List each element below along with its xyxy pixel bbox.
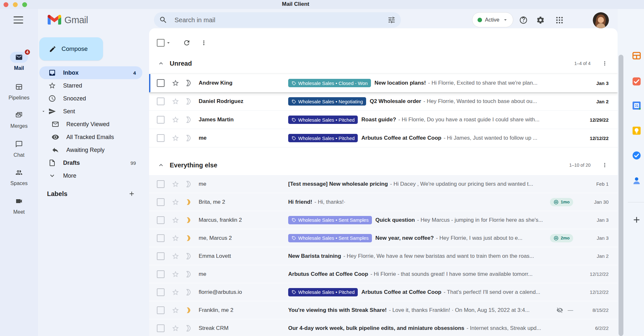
collapse-chevron-icon[interactable]: [157, 60, 165, 67]
streak-pipeline-icon[interactable]: [185, 79, 192, 87]
star-icon[interactable]: [172, 252, 179, 260]
mail-row[interactable]: me[Test message] New wholesale pricing- …: [149, 175, 618, 193]
star-icon[interactable]: [172, 270, 179, 278]
search-bar[interactable]: [154, 12, 401, 28]
collapse-chevron-icon[interactable]: [157, 162, 165, 169]
window-zoom-button[interactable]: [22, 2, 27, 7]
email-checkbox[interactable]: [157, 270, 165, 278]
rail-item-chat[interactable]: Chat: [0, 139, 38, 158]
streak-pipeline-icon[interactable]: [185, 271, 192, 278]
mail-row[interactable]: Brita, me 2Hi friend!- Hi, thanks!·1moJa…: [149, 193, 618, 211]
star-icon[interactable]: [172, 234, 179, 242]
star-icon[interactable]: [172, 306, 179, 314]
select-all-checkbox[interactable]: [157, 39, 165, 47]
mail-row[interactable]: Emma LovettNew Barista training- Hey Flo…: [149, 247, 618, 265]
list-scrollbar[interactable]: [619, 55, 623, 336]
star-icon[interactable]: [172, 79, 179, 87]
pipeline-stage-chip[interactable]: Wholesale Sales • Sent Samples: [288, 234, 372, 242]
google-apps-grid-icon[interactable]: [555, 16, 564, 24]
rail-item-merges[interactable]: Merges: [0, 110, 38, 129]
star-icon[interactable]: [172, 288, 179, 296]
streak-pipeline-icon[interactable]: [185, 116, 192, 123]
email-checkbox[interactable]: [157, 252, 165, 260]
search-input[interactable]: [174, 16, 387, 24]
pipeline-stage-chip[interactable]: Wholesale Sales • Closed - Won: [288, 79, 371, 87]
pipeline-stage-chip[interactable]: Wholesale Sales • Pitched: [288, 288, 358, 296]
nav-item-more[interactable]: More: [39, 169, 142, 182]
pipeline-stage-chip[interactable]: Wholesale Sales • Negotiating: [288, 97, 366, 106]
email-checkbox[interactable]: [157, 134, 165, 142]
mail-row[interactable]: Streak CRMOur 4-day work week, bulk pipe…: [149, 319, 618, 336]
compose-button[interactable]: Compose: [39, 37, 103, 61]
star-icon[interactable]: [172, 324, 179, 332]
streak-mail-merge-icon[interactable]: [632, 77, 641, 86]
user-avatar[interactable]: [593, 12, 609, 28]
mail-row[interactable]: Andrew KingWholesale Sales • Closed - Wo…: [149, 74, 618, 92]
star-icon[interactable]: [172, 98, 179, 105]
nav-item-awaiting-reply[interactable]: Awaiting Reply: [39, 144, 142, 156]
window-close-button[interactable]: [4, 2, 8, 7]
streak-pipeline-icon[interactable]: [185, 289, 192, 296]
rail-item-spaces[interactable]: Spaces: [0, 167, 38, 186]
nav-item-sent[interactable]: Sent: [39, 105, 142, 118]
nav-item-all-tracked-emails[interactable]: All Tracked Emails: [39, 131, 142, 144]
nav-item-starred[interactable]: Starred: [39, 79, 142, 92]
email-checkbox[interactable]: [157, 288, 165, 296]
main-menu-icon[interactable]: [14, 16, 23, 23]
rail-item-mail[interactable]: 4Mail: [0, 52, 38, 71]
email-checkbox[interactable]: [157, 98, 165, 105]
pipeline-stage-chip[interactable]: Wholesale Sales • Sent Samples: [288, 216, 372, 224]
nav-item-inbox[interactable]: Inbox4: [39, 66, 142, 79]
streak-pipeline-icon[interactable]: [185, 199, 192, 206]
email-checkbox[interactable]: [157, 116, 165, 124]
star-icon[interactable]: [172, 134, 179, 142]
help-icon[interactable]: [519, 16, 528, 24]
mail-row[interactable]: James MartinWholesale Sales • PitchedRoa…: [149, 111, 618, 129]
google-keep-icon[interactable]: [632, 126, 641, 135]
search-options-tune-icon[interactable]: [387, 16, 396, 24]
nav-item-snoozed[interactable]: Snoozed: [39, 92, 142, 105]
email-checkbox[interactable]: [157, 324, 165, 332]
streak-pipeline-icon[interactable]: [185, 253, 192, 260]
mail-row[interactable]: me, Marcus 2Wholesale Sales • Sent Sampl…: [149, 229, 618, 247]
mail-row[interactable]: Daniel RodriguezWholesale Sales • Negoti…: [149, 92, 618, 111]
email-checkbox[interactable]: [157, 180, 165, 188]
mail-row[interactable]: meArbutus Coffee at Coffee Coop- Hi Flor…: [149, 265, 618, 283]
google-contacts-icon[interactable]: [632, 176, 641, 185]
streak-pipeline-icon[interactable]: [185, 235, 192, 242]
email-checkbox[interactable]: [157, 306, 165, 314]
streak-pipeline-icon[interactable]: [185, 181, 192, 188]
google-calendar-icon[interactable]: 31: [632, 101, 641, 110]
nav-item-recently-viewed[interactable]: Recently Viewed: [39, 118, 142, 131]
streak-pipelines-icon[interactable]: [632, 51, 641, 61]
nav-item-drafts[interactable]: Drafts99: [39, 156, 142, 169]
mail-row[interactable]: Franklin, me 2You're viewing this with S…: [149, 301, 618, 319]
toolbar-more-kebab-icon[interactable]: [200, 39, 207, 46]
create-label-plus-icon[interactable]: [128, 190, 135, 197]
window-minimize-button[interactable]: [13, 2, 18, 7]
rail-item-pipelines[interactable]: Pipelines: [0, 81, 38, 101]
streak-pipeline-icon[interactable]: [185, 307, 192, 314]
star-icon[interactable]: [172, 180, 179, 188]
expander-caret-icon[interactable]: [41, 109, 46, 114]
email-checkbox[interactable]: [157, 216, 165, 224]
refresh-icon[interactable]: [183, 39, 191, 47]
pipeline-stage-chip[interactable]: Wholesale Sales • Pitched: [288, 116, 358, 124]
search-icon[interactable]: [159, 16, 167, 24]
star-icon[interactable]: [172, 216, 179, 224]
section-kebab-icon[interactable]: [601, 60, 608, 67]
pipeline-stage-chip[interactable]: Wholesale Sales • Pitched: [288, 134, 358, 142]
streak-pipeline-icon[interactable]: [185, 98, 192, 105]
streak-pipeline-icon[interactable]: [185, 217, 192, 224]
streak-pipeline-icon[interactable]: [185, 135, 192, 142]
google-tasks-icon[interactable]: [632, 151, 641, 160]
mail-row[interactable]: florrie@arbutus.ioWholesale Sales • Pitc…: [149, 283, 618, 301]
email-checkbox[interactable]: [157, 79, 165, 87]
streak-pipeline-icon[interactable]: [185, 325, 192, 332]
settings-gear-icon[interactable]: [536, 16, 545, 24]
email-checkbox[interactable]: [157, 198, 165, 206]
mail-row[interactable]: Marcus, franklin 2Wholesale Sales • Sent…: [149, 211, 618, 229]
mail-row[interactable]: meWholesale Sales • PitchedArbutus Coffe…: [149, 129, 618, 147]
star-icon[interactable]: [172, 198, 179, 206]
star-icon[interactable]: [172, 116, 179, 124]
